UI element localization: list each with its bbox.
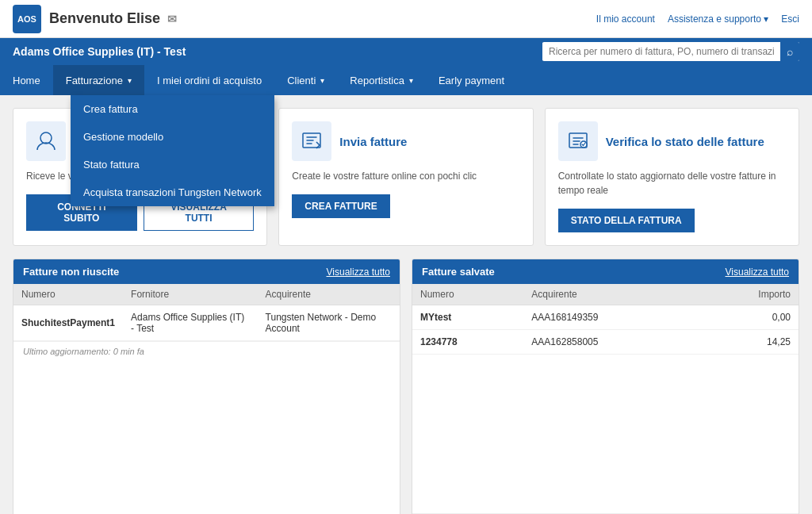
table-row[interactable]: 1234778 AAA162858005 14,25 [412, 330, 799, 355]
card-invia-icon [292, 121, 331, 161]
account-link[interactable]: Il mio account [596, 13, 655, 25]
col-numero-s: Numero [412, 284, 523, 305]
cell-fornitore: Adams Office Supplies (IT) - Test [123, 305, 258, 341]
nav-reportistica-arrow-icon: ▾ [409, 76, 413, 85]
cell-importo-s1: 14,25 [697, 330, 799, 355]
card-invia-desc: Create le vostre fatture online con poch… [292, 169, 519, 183]
nav-fatturazione[interactable]: Fatturazione ▾ [53, 65, 144, 95]
card-invia: Invia fatture Create le vostre fatture o… [278, 108, 533, 246]
card-verifica: Verifica lo stato delle fatture Controll… [545, 108, 799, 246]
card-connect-icon [26, 121, 66, 161]
col-fornitore: Fornitore [123, 284, 258, 305]
dropdown-gestione-modello[interactable]: Gestione modello [71, 123, 274, 151]
card-verifica-header: Verifica lo stato delle fatture [558, 121, 786, 161]
failed-invoices-view-all[interactable]: Visualizza tutto [327, 267, 391, 278]
saved-invoices-title: Fatture salvate [422, 266, 495, 278]
col-numero: Numero [13, 284, 123, 305]
col-acquirente: Acquirente [258, 284, 400, 305]
nav-home-label: Home [13, 75, 40, 86]
col-acquirente-s: Acquirente [523, 284, 697, 305]
cell-acquirente-s1: AAA162858005 [523, 330, 697, 355]
cell-importo-s0: 0,00 [697, 305, 799, 330]
app-title: Benvenuto Elise ✉ [49, 10, 177, 27]
support-arrow-icon: ▾ [764, 13, 768, 25]
welcome-text: Benvenuto [49, 10, 123, 26]
table-row[interactable]: MYtest AAA168149359 0,00 [412, 305, 799, 330]
dropdown-acquista-transazioni[interactable]: Acquista transazioni Tungsten Network [71, 178, 274, 206]
table-row[interactable]: ShuchitestPayment1 Adams Office Supplies… [13, 305, 400, 341]
saved-invoices-header: Fatture salvate Visualizza tutto [412, 259, 799, 284]
nav-bar: Home Fatturazione ▾ I miei ordini di acq… [0, 65, 812, 95]
nav-clienti[interactable]: Clienti ▾ [274, 65, 337, 95]
svg-point-0 [40, 132, 52, 144]
company-name: Adams Office Supplies (IT) - Test [13, 45, 186, 58]
nav-fatturazione-arrow-icon: ▾ [128, 76, 132, 85]
company-bar: Adams Office Supplies (IT) - Test ⌕ [0, 38, 812, 65]
saved-invoices-view-all[interactable]: Visualizza tutto [726, 267, 790, 278]
col-importo-s: Importo [697, 284, 799, 305]
nav-orders-label: I miei ordini di acquisto [157, 75, 262, 86]
mail-icon: ✉ [167, 13, 177, 25]
failed-invoices-col-headers: Numero Fornitore Acquirente [13, 284, 400, 305]
cell-numero-s1: 1234778 [412, 330, 523, 355]
card-verifica-icon [558, 121, 598, 161]
failed-invoices-header: Fatture non riuscite Visualizza tutto [13, 259, 400, 284]
nav-fatturazione-label: Fatturazione [66, 75, 123, 86]
logout-link[interactable]: Esci [781, 13, 799, 25]
support-link[interactable]: Assistenza e supporto ▾ [668, 13, 768, 25]
fatturazione-dropdown: Crea fattura Gestione modello Stato fatt… [71, 95, 274, 206]
crea-fatture-button[interactable]: CREA FATTURE [292, 194, 389, 218]
failed-invoices-title: Fatture non riuscite [23, 266, 119, 278]
nav-reportistica[interactable]: Reportistica ▾ [337, 65, 426, 95]
search-box: ⌕ [542, 42, 799, 61]
nav-early-payment-label: Early payment [439, 75, 504, 86]
nav-home[interactable]: Home [0, 65, 53, 95]
nav-orders[interactable]: I miei ordini di acquisto [144, 65, 274, 95]
top-nav-links: Il mio account Assistenza e supporto ▾ E… [596, 13, 799, 25]
dropdown-stato-fattura[interactable]: Stato fattura [71, 151, 274, 178]
nav-clienti-arrow-icon: ▾ [320, 76, 324, 85]
nav-clienti-label: Clienti [287, 75, 316, 86]
cell-numero-s0: MYtest [412, 305, 523, 330]
cell-numero: ShuchitestPayment1 [13, 305, 123, 341]
logo-area: AOS Benvenuto Elise ✉ [13, 5, 177, 33]
stato-fattura-button[interactable]: STATO DELLA FATTURA [558, 209, 695, 232]
card-verifica-desc: Controllate lo stato aggiornato delle vo… [558, 169, 786, 198]
card-invia-title: Invia fatture [339, 135, 407, 148]
support-text: Assistenza e supporto [668, 13, 761, 25]
nav-reportistica-label: Reportistica [350, 75, 404, 86]
cell-acquirente: Tungsten Network - Demo Account [258, 305, 400, 341]
search-button[interactable]: ⌕ [780, 42, 799, 61]
search-input[interactable] [542, 43, 780, 60]
failed-invoices-table: Numero Fornitore Acquirente ShuchitestPa… [13, 284, 400, 341]
card-verifica-title: Verifica lo stato delle fatture [606, 135, 764, 148]
nav-early-payment[interactable]: Early payment [426, 65, 517, 95]
username-text: Elise [127, 10, 160, 26]
failed-invoices-card: Fatture non riuscite Visualizza tutto Nu… [13, 259, 400, 514]
tables-row: Fatture non riuscite Visualizza tutto Nu… [13, 259, 799, 514]
top-header: AOS Benvenuto Elise ✉ Il mio account Ass… [0, 0, 812, 38]
aos-logo: AOS [13, 5, 41, 33]
saved-invoices-col-headers: Numero Acquirente Importo [412, 284, 799, 305]
dropdown-crea-fattura[interactable]: Crea fattura [71, 95, 274, 123]
saved-invoices-table: Numero Acquirente Importo MYtest AAA1681… [412, 284, 799, 355]
saved-invoices-card: Fatture salvate Visualizza tutto Numero … [412, 259, 799, 514]
cell-acquirente-s0: AAA168149359 [523, 305, 697, 330]
failed-invoices-footer: Ultimo aggiornamento: 0 min fa [13, 341, 400, 361]
card-invia-header: Invia fatture [292, 121, 519, 161]
